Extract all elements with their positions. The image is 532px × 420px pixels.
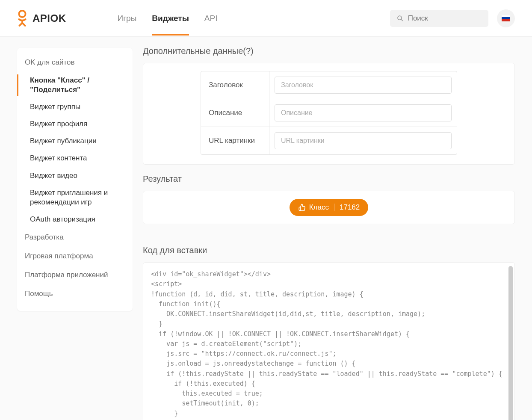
nav-widgets[interactable]: Виджеты	[152, 2, 189, 35]
flag-ru-icon	[502, 15, 510, 21]
top-nav: Игры Виджеты API	[118, 2, 390, 35]
result-heading: Результат	[143, 165, 515, 191]
klass-button[interactable]: Класс 17162	[290, 199, 369, 216]
scrollbar-track[interactable]	[508, 266, 513, 420]
sidebar-item-profile-widget[interactable]: Виджет профиля	[17, 115, 133, 133]
additional-data-panel: Заголовок Описание URL картинки	[143, 63, 515, 165]
locale-button[interactable]	[497, 9, 515, 27]
image-url-label: URL картинки	[201, 127, 269, 154]
logo[interactable]: APIOK	[17, 10, 66, 27]
sidebar-section-game-platform[interactable]: Игровая платформа	[17, 247, 133, 266]
embed-code-box[interactable]: <div id="ok_shareWidget"></div> <script>…	[143, 262, 515, 420]
sidebar-item-invite-widget[interactable]: Виджет приглашения и рекомендации игр	[17, 184, 133, 211]
svg-line-2	[401, 19, 403, 21]
code-heading: Код для вставки	[143, 236, 515, 262]
main-content: Дополнительные данные(?) Заголовок Описа…	[133, 37, 532, 420]
title-label: Заголовок	[201, 71, 269, 99]
nav-api[interactable]: API	[204, 2, 218, 35]
search-box[interactable]	[390, 10, 488, 27]
search-input[interactable]	[408, 14, 482, 23]
image-url-input[interactable]	[275, 132, 452, 149]
klass-label: Класс	[309, 203, 329, 212]
sidebar-item-oauth[interactable]: OAuth авторизация	[17, 211, 133, 228]
sidebar-section-development[interactable]: Разработка	[17, 228, 133, 247]
divider	[334, 204, 334, 211]
sidebar-section-ok-sites[interactable]: OK для сайтов	[17, 56, 133, 72]
search-icon	[397, 15, 404, 22]
result-panel: Класс 17162	[143, 191, 515, 224]
sidebar-item-publication-widget[interactable]: Виджет публикации	[17, 133, 133, 150]
svg-point-0	[19, 10, 25, 17]
title-input[interactable]	[275, 77, 452, 94]
embed-code: <div id="ok_shareWidget"></div> <script>…	[151, 270, 502, 420]
thumbs-up-icon	[298, 204, 306, 211]
sidebar-item-content-widget[interactable]: Виджет контента	[17, 150, 133, 167]
ok-logo-icon	[17, 10, 27, 27]
sidebar: OK для сайтов Кнопка "Класс" / "Поделить…	[17, 48, 133, 311]
description-label: Описание	[201, 99, 269, 127]
nav-games[interactable]: Игры	[118, 2, 137, 35]
klass-count: 17162	[340, 203, 360, 212]
sidebar-section-help[interactable]: Помощь	[17, 284, 133, 303]
sidebar-item-video-widget[interactable]: Виджет видео	[17, 167, 133, 184]
svg-point-1	[398, 16, 402, 20]
sidebar-item-klass-button[interactable]: Кнопка "Класс" / "Поделиться"	[17, 72, 133, 98]
header: APIOK Игры Виджеты API	[0, 0, 532, 37]
description-input[interactable]	[275, 104, 452, 121]
sidebar-section-app-platform[interactable]: Платформа приложений	[17, 266, 133, 284]
logo-text: APIOK	[33, 12, 66, 24]
sidebar-item-group-widget[interactable]: Виджет группы	[17, 98, 133, 115]
scrollbar-thumb[interactable]	[508, 266, 513, 420]
additional-data-heading: Дополнительные данные(?)	[143, 37, 515, 63]
